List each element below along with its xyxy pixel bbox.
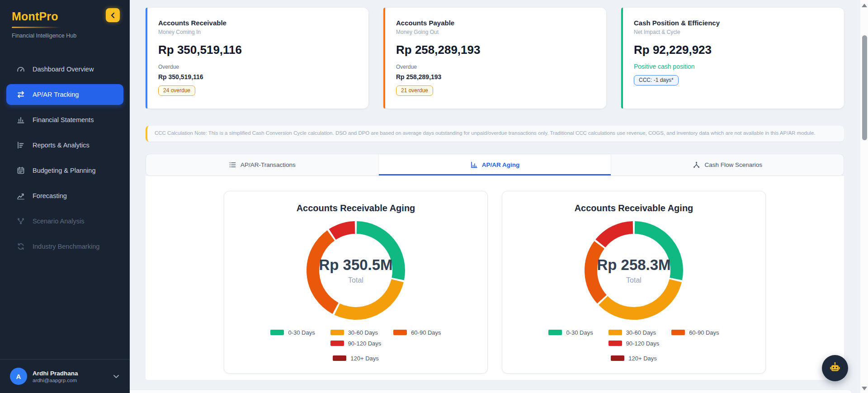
tab-label: AP/AR-Transactions: [241, 161, 296, 168]
assistant-fab-button[interactable]: [822, 355, 848, 381]
tab-apar-transactions[interactable]: AP/AR-Transactions: [146, 154, 379, 175]
chart-legend: 0-30 Days30-60 Days60-90 Days90-120 Days…: [238, 329, 473, 362]
sidebar-header: MontPro Financial Intelligence Hub: [0, 0, 130, 39]
card-detail-label: Overdue: [158, 64, 356, 70]
app-tagline: Financial Intelligence Hub: [12, 33, 119, 39]
legend-swatch: [330, 341, 344, 346]
legend-swatch: [270, 330, 284, 335]
trend-line-icon: [16, 191, 25, 200]
legend-swatch: [609, 330, 622, 335]
sidebar-collapse-button[interactable]: [106, 8, 120, 22]
legend-item[interactable]: 0-30 Days: [548, 329, 593, 336]
legend-label: 90-120 Days: [626, 340, 660, 347]
card-detail-amount: Rp 258,289,193: [396, 73, 594, 80]
legend-label: 0-30 Days: [288, 329, 315, 336]
sidebar-item-label: Reports & Analytics: [33, 142, 90, 149]
legend-item[interactable]: 90-120 Days: [330, 340, 382, 347]
aging-chart-icon: [470, 161, 478, 169]
ccc-note: CCC Calculation Note: This is a simplifi…: [146, 126, 844, 142]
sidebar-item-label: Budgeting & Planning: [33, 167, 95, 174]
aging-tab-panel: Accounts Receivable Aging Rp 350.5M Tota…: [146, 176, 844, 380]
main-content: Accounts Receivable Money Coming In Rp 3…: [130, 0, 860, 393]
sidebar-item-label: AP/AR Tracking: [33, 91, 79, 98]
calendar-icon: [16, 166, 25, 175]
card-title: Cash Position & Efficiency: [634, 19, 831, 27]
card-subtitle: Net Impact & Cycle: [634, 29, 831, 35]
legend-item[interactable]: 60-90 Days: [393, 329, 441, 336]
robot-icon: [828, 361, 842, 375]
legend-item[interactable]: 0-30 Days: [270, 329, 315, 336]
cash-position-status: Positive cash position: [634, 63, 831, 70]
accounts-payable-card: Accounts Payable Money Going Out Rp 258,…: [383, 8, 606, 109]
sidebar-item-label: Industry Benchmarking: [33, 243, 99, 250]
network-icon: [16, 217, 25, 226]
donut-chart-wrap: Rp 350.5M Total: [302, 216, 410, 325]
legend-label: 90-120 Days: [348, 340, 382, 347]
scrollbar-up-arrow[interactable]: [862, 4, 867, 7]
card-amount: Rp 258,289,193: [396, 43, 594, 57]
sidebar-item-label: Forecasting: [33, 192, 67, 199]
card-amount: Rp 350,519,116: [158, 43, 356, 57]
gauge-icon: [16, 65, 25, 74]
tab-apar-aging[interactable]: AP/AR Aging: [379, 154, 612, 175]
tab-cash-flow-scenarios[interactable]: Cash Flow Scenarios: [611, 154, 844, 175]
tab-label: AP/AR Aging: [482, 161, 520, 168]
sidebar-item-budgeting-planning[interactable]: Budgeting & Planning: [6, 160, 123, 181]
legend-label: 120+ Days: [350, 355, 379, 362]
user-menu[interactable]: A Ardhi Pradhana ardhi@aapgrp.com: [0, 359, 130, 393]
legend-label: 0-30 Days: [566, 329, 593, 336]
legend-item[interactable]: 120+ Days: [333, 355, 379, 362]
avatar: A: [10, 368, 27, 385]
chart-title: Accounts Receivable Aging: [575, 203, 693, 213]
sidebar-item-scenario-analysis[interactable]: Scenario Analysis: [6, 211, 123, 232]
legend-swatch: [330, 330, 344, 335]
donut-chart-wrap: Rp 258.3M Total: [580, 216, 688, 325]
sidebar-item-dashboard-overview[interactable]: Dashboard Overview: [6, 59, 123, 80]
card-title: Accounts Receivable: [158, 19, 356, 27]
overdue-badge: 24 overdue: [158, 85, 195, 96]
sidebar-item-industry-benchmarking[interactable]: Industry Benchmarking: [6, 236, 123, 257]
ar-aging-chart-card: Accounts Receivable Aging Rp 350.5M Tota…: [224, 191, 488, 374]
ap-aging-chart-card: Accounts Receivable Aging Rp 258.3M Tota…: [502, 191, 766, 374]
chart-legend: 0-30 Days30-60 Days60-90 Days90-120 Days…: [516, 329, 751, 362]
accounts-receivable-card: Accounts Receivable Money Coming In Rp 3…: [146, 8, 368, 109]
card-detail-amount: Rp 350,519,116: [158, 73, 356, 80]
report-chart-icon: [16, 141, 25, 150]
legend-swatch: [393, 330, 407, 335]
sidebar-item-apar-tracking[interactable]: AP/AR Tracking: [6, 84, 123, 105]
ar-aging-donut-chart[interactable]: [302, 216, 410, 325]
tab-label: Cash Flow Scenarios: [704, 161, 762, 168]
sidebar-item-label: Dashboard Overview: [33, 66, 94, 73]
legend-swatch: [548, 330, 562, 335]
next-section-card-edge: [16, 389, 852, 393]
legend-item[interactable]: 60-90 Days: [671, 329, 719, 336]
legend-label: 30-60 Days: [348, 329, 378, 336]
tabbar: AP/AR-Transactions AP/AR Aging Cash Flow…: [146, 154, 844, 176]
scenario-flow-icon: [693, 161, 700, 169]
legend-label: 60-90 Days: [689, 329, 719, 336]
legend-item[interactable]: 90-120 Days: [609, 340, 660, 347]
sidebar-item-financial-statements[interactable]: Financial Statements: [6, 109, 123, 130]
card-subtitle: Money Going Out: [396, 29, 594, 35]
sidebar-item-forecasting[interactable]: Forecasting: [6, 185, 123, 206]
card-subtitle: Money Coming In: [158, 29, 356, 35]
legend-label: 120+ Days: [628, 355, 657, 362]
card-amount: Rp 92,229,923: [634, 43, 831, 57]
scrollbar-down-arrow[interactable]: [862, 387, 867, 390]
legend-swatch: [333, 355, 346, 361]
list-icon: [229, 161, 236, 169]
legend-item[interactable]: 120+ Days: [611, 355, 657, 362]
sidebar-item-reports-analytics[interactable]: Reports & Analytics: [6, 135, 123, 156]
scrollbar-thumb[interactable]: [862, 35, 867, 140]
swap-arrows-icon: [16, 90, 25, 99]
summary-cards-row: Accounts Receivable Money Coming In Rp 3…: [146, 8, 844, 109]
legend-item[interactable]: 30-60 Days: [330, 329, 378, 336]
legend-label: 30-60 Days: [626, 329, 656, 336]
ap-aging-donut-chart[interactable]: [580, 216, 688, 325]
legend-swatch: [609, 341, 622, 346]
user-info: Ardhi Pradhana ardhi@aapgrp.com: [33, 370, 78, 383]
overdue-badge: 21 overdue: [396, 85, 433, 96]
chevron-left-icon: [110, 12, 116, 19]
legend-item[interactable]: 30-60 Days: [609, 329, 656, 336]
legend-swatch: [671, 330, 685, 335]
